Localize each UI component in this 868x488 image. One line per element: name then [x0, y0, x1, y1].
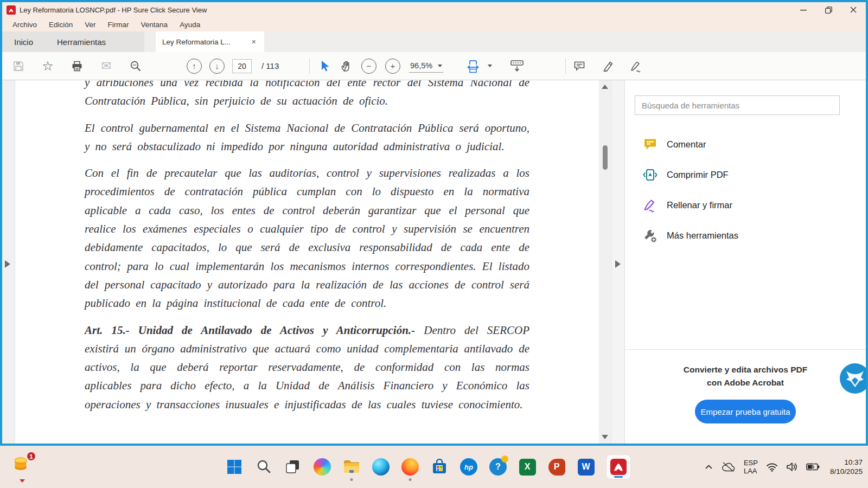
- zoom-level-value: 96,5%: [410, 61, 432, 70]
- hidden-icons-button[interactable]: [705, 464, 713, 470]
- menu-ayuda[interactable]: Ayuda: [175, 19, 205, 30]
- wifi-icon[interactable]: [766, 463, 778, 472]
- close-button[interactable]: [841, 2, 866, 17]
- tab-document-label: Ley Reformatoria L...: [162, 38, 246, 46]
- help-icon: ?: [489, 458, 507, 476]
- tool-label: Rellenar y firmar: [667, 200, 732, 210]
- tools-pane: Comentar Comprimir PDF Rellenar y firmar: [625, 80, 866, 444]
- print-button[interactable]: [71, 60, 84, 73]
- volume-icon[interactable]: [786, 462, 798, 472]
- pdf-page[interactable]: y atribuciones una vez recibida la notif…: [15, 80, 599, 444]
- fill-sign-icon: [643, 198, 658, 213]
- fit-width-chevron-icon[interactable]: [488, 65, 492, 67]
- battery-icon[interactable]: [806, 463, 820, 471]
- highlight-tool-button[interactable]: [601, 60, 614, 73]
- start-free-trial-button[interactable]: Empezar prueba gratuita: [695, 400, 796, 423]
- tool-label: Más herramientas: [667, 230, 738, 241]
- acrobat-taskbar-button[interactable]: [606, 454, 631, 479]
- previous-page-button[interactable]: ↑: [187, 59, 202, 74]
- comment-tool-button[interactable]: [573, 60, 586, 73]
- compress-pdf-icon: [643, 168, 658, 182]
- word-icon: W: [578, 459, 595, 476]
- task-view-button[interactable]: [284, 458, 302, 476]
- tab-document[interactable]: Ley Reformatoria L... ×: [156, 31, 264, 52]
- zoom-level-dropdown[interactable]: 96,5%: [409, 59, 443, 73]
- tool-item-comentar[interactable]: Comentar: [625, 129, 866, 159]
- promo-text-line2: con Adobe Acrobat: [625, 378, 866, 388]
- widget-notification-badge: 1: [26, 451, 36, 461]
- chevron-down-icon: [438, 65, 442, 67]
- nav-pane-expand-icon[interactable]: [5, 260, 10, 268]
- running-indicator: [350, 478, 353, 481]
- excel-button[interactable]: X: [518, 458, 537, 476]
- scroll-down-icon[interactable]: [602, 435, 608, 439]
- star-button[interactable]: ☆: [41, 60, 54, 73]
- titlebar: Ley Reformatoria LOSNCP.pdf - HP Sure Cl…: [2, 2, 866, 17]
- copilot-button[interactable]: [313, 458, 331, 476]
- get-help-button[interactable]: ?: [489, 458, 507, 476]
- tool-item-mas-herramientas[interactable]: Más herramientas: [625, 220, 866, 251]
- system-tray: ESP LAA 10:37 8/10/2025: [705, 446, 863, 488]
- fit-width-button[interactable]: [465, 60, 483, 73]
- widgets-button[interactable]: 1: [12, 452, 38, 483]
- tool-item-comprimir-pdf[interactable]: Comprimir PDF: [625, 159, 866, 190]
- scrollbar-thumb[interactable]: [603, 145, 608, 170]
- menu-firmar[interactable]: Firmar: [103, 19, 134, 30]
- article-heading: Art. 15.- Unidad de Antilavado de Activo…: [85, 324, 415, 337]
- acrobat-window: Ley Reformatoria LOSNCP.pdf - HP Sure Cl…: [0, 0, 868, 446]
- microsoft-store-button[interactable]: [430, 458, 449, 476]
- word-button[interactable]: W: [577, 458, 595, 476]
- tray-date: 8/10/2025: [830, 467, 863, 476]
- hand-tool-button[interactable]: [340, 60, 353, 73]
- powerpoint-button[interactable]: P: [547, 458, 566, 476]
- edge-icon: [372, 458, 390, 476]
- save-button[interactable]: [12, 60, 25, 73]
- select-tool-button[interactable]: [318, 60, 331, 73]
- menu-ver[interactable]: Ver: [80, 19, 100, 30]
- restore-button[interactable]: [816, 2, 841, 17]
- tab-herramientas[interactable]: Herramientas: [45, 31, 118, 52]
- tool-label: Comprimir PDF: [667, 170, 729, 180]
- tools-pane-collapse-icon[interactable]: [615, 260, 621, 268]
- email-button[interactable]: ✉: [100, 60, 113, 73]
- edge-button[interactable]: [372, 458, 390, 476]
- scroll-up-icon[interactable]: [602, 85, 608, 89]
- page-number-input[interactable]: 20: [232, 59, 252, 73]
- start-button[interactable]: [225, 458, 244, 476]
- main-area: y atribuciones una vez recibida la notif…: [2, 80, 866, 444]
- fill-sign-tool-button[interactable]: [629, 60, 642, 73]
- zoom-in-button[interactable]: +: [385, 59, 400, 74]
- language-indicator[interactable]: ESP LAA: [744, 459, 758, 475]
- microsoft-store-icon: [431, 459, 448, 475]
- next-page-button[interactable]: ↓: [209, 59, 225, 74]
- menu-ventana[interactable]: Ventana: [136, 19, 173, 30]
- minimize-button[interactable]: [791, 2, 816, 17]
- taskbar-search-button[interactable]: [254, 458, 273, 476]
- tab-inicio[interactable]: Inicio: [2, 31, 45, 52]
- widget-caret-icon: [20, 479, 25, 483]
- hp-app-button[interactable]: hp: [459, 458, 478, 476]
- vertical-scrollbar[interactable]: [599, 80, 611, 444]
- acrobat-promo: Convierte y edita archivos PDF con Adobe…: [625, 349, 866, 444]
- file-explorer-icon: [343, 459, 360, 474]
- page-display-button[interactable]: [508, 60, 526, 73]
- tabbar: Inicio Herramientas Ley Reformatoria L..…: [2, 31, 866, 52]
- acrobat-active-card: [606, 454, 631, 479]
- menubar: Archivo Edición Ver Firmar Ventana Ayuda: [2, 17, 866, 31]
- tools-search-input[interactable]: [635, 95, 840, 115]
- menu-edicion[interactable]: Edición: [44, 19, 78, 30]
- firefox-button[interactable]: [401, 458, 419, 476]
- file-explorer-button[interactable]: [342, 458, 361, 476]
- active-app-indicator: [614, 476, 623, 478]
- tool-item-rellenar-firmar[interactable]: Rellenar y firmar: [625, 190, 866, 220]
- powerpoint-icon: P: [548, 459, 565, 476]
- zoom-out-button[interactable]: −: [361, 59, 376, 74]
- onedrive-icon[interactable]: [721, 461, 736, 472]
- search-button[interactable]: [129, 60, 142, 73]
- toolbar: ☆ ✉ ↑ ↓ 20 / 113: [2, 52, 866, 80]
- clock[interactable]: 10:37 8/10/2025: [830, 458, 863, 476]
- menu-archivo[interactable]: Archivo: [8, 19, 42, 30]
- hp-sure-click-bubble[interactable]: [840, 363, 866, 394]
- running-indicator: [409, 478, 412, 481]
- tab-close-icon[interactable]: ×: [250, 37, 258, 46]
